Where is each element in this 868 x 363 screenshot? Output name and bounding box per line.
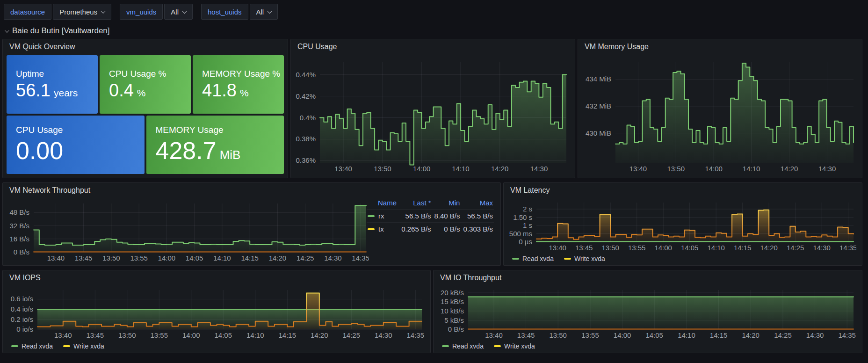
series-swatch <box>11 345 18 347</box>
variable-datasource: datasource Prometheus <box>4 4 111 20</box>
variable-host-uuids: host_uuids All <box>201 4 278 20</box>
svg-text:0.6 io/s: 0.6 io/s <box>11 295 33 303</box>
panel-vm-io-throughput: VM IO Throughput 20 kB/s15 kB/s10 kB/s5 … <box>433 270 862 353</box>
vm-uuids-variable-dropdown[interactable]: All <box>164 4 193 20</box>
svg-text:14:35: 14:35 <box>352 254 369 262</box>
legend-label: Read xvda <box>452 342 484 350</box>
series-swatch <box>512 258 519 260</box>
svg-text:0.2 io/s: 0.2 io/s <box>11 315 33 323</box>
svg-text:14:35: 14:35 <box>407 331 425 339</box>
legend-item-read[interactable]: Read xvda <box>442 342 484 350</box>
svg-text:13:40: 13:40 <box>549 244 566 252</box>
svg-text:13:55: 13:55 <box>628 244 646 252</box>
datasource-variable-label: datasource <box>4 4 51 20</box>
svg-text:48 B/s: 48 B/s <box>9 208 29 216</box>
stat-unit: % <box>240 87 249 99</box>
svg-text:14:30: 14:30 <box>324 254 342 262</box>
svg-text:13:45: 13:45 <box>75 254 93 262</box>
stat-memory-usage: MEMORY Usage 428.7MiB <box>146 116 284 174</box>
panel-title: VM IO Throughput <box>440 274 501 282</box>
vm-latency-chart[interactable]: 2 s1.50 s1 s500 ms0 µs13:4013:4513:5013:… <box>507 198 856 253</box>
panel-header[interactable]: VM IOPS <box>3 270 430 285</box>
svg-text:32 B/s: 32 B/s <box>9 222 29 230</box>
chevron-down-icon <box>5 28 9 33</box>
svg-text:434 MiB: 434 MiB <box>586 75 611 83</box>
stat-grid: Uptime 56.1years CPU Usage % 0.4% MEMORY… <box>7 55 284 174</box>
svg-text:14:20: 14:20 <box>269 254 287 262</box>
panel-header[interactable]: VM IO Throughput <box>434 270 862 285</box>
tx-last: 0.265 B/s <box>399 223 432 236</box>
svg-text:14:25: 14:25 <box>297 254 314 262</box>
svg-text:14:05: 14:05 <box>681 244 699 252</box>
legend-item-write[interactable]: Write xvda <box>564 255 605 262</box>
svg-text:14:30: 14:30 <box>375 331 392 339</box>
panel-header[interactable]: VM Quick Overview <box>3 39 288 54</box>
datasource-variable-dropdown[interactable]: Prometheus <box>53 4 111 20</box>
panel-header[interactable]: CPU Usage <box>291 39 575 54</box>
grafana-dashboard: datasource Prometheus vm_uuids All host_… <box>0 0 868 363</box>
svg-text:14:00: 14:00 <box>182 331 200 339</box>
legend-row-rx[interactable]: rx 56.5 B/s 8.40 B/s 56.5 B/s <box>367 210 494 223</box>
svg-text:0.4%: 0.4% <box>300 114 316 122</box>
svg-text:13:40: 13:40 <box>334 165 352 173</box>
svg-text:1 s: 1 s <box>523 221 532 229</box>
panel-vm-network-throughput: VM Network Throughput 48 B/s32 B/s16 B/s… <box>2 182 501 266</box>
legend-item-write[interactable]: Write xvda <box>63 342 104 350</box>
host-uuids-variable-label: host_uuids <box>201 4 248 20</box>
svg-text:13:45: 13:45 <box>575 244 593 252</box>
svg-text:16 B/s: 16 B/s <box>9 235 29 243</box>
svg-text:14:05: 14:05 <box>215 331 232 339</box>
series-swatch <box>63 345 70 347</box>
legend-item-read[interactable]: Read xvda <box>512 255 554 262</box>
vm-iops-chart[interactable]: 0.6 io/s0.4 io/s0.2 io/s0 io/s13:4013:45… <box>7 285 425 341</box>
legend-label: Read xvda <box>22 342 53 350</box>
svg-text:14:00: 14:00 <box>158 254 176 262</box>
panel-cpu-usage: CPU Usage 0.44%0.42%0.4%0.38%0.36%13:401… <box>290 39 575 178</box>
series-swatch-rx <box>368 215 375 217</box>
svg-text:13:50: 13:50 <box>374 165 391 173</box>
legend-col-max[interactable]: Max <box>461 197 494 210</box>
legend-col-min[interactable]: Min <box>432 197 461 210</box>
host-uuids-variable-dropdown[interactable]: All <box>250 4 278 20</box>
stat-uptime: Uptime 56.1years <box>7 55 98 114</box>
stat-value: 56.1 <box>16 80 51 101</box>
svg-text:14:10: 14:10 <box>213 254 231 262</box>
legend-label: Write xvda <box>574 255 605 262</box>
vm-memory-usage-chart[interactable]: 434 MiB432 MiB430 MiB13:4013:5014:0014:1… <box>582 57 856 174</box>
panel-header[interactable]: VM Memory Usage <box>578 39 862 54</box>
stat-unit: % <box>137 87 146 99</box>
legend-col-name[interactable]: Name <box>367 197 399 210</box>
svg-text:14:20: 14:20 <box>781 165 798 173</box>
svg-text:14:00: 14:00 <box>654 244 672 252</box>
legend-item-read[interactable]: Read xvda <box>11 342 53 350</box>
legend-row-tx[interactable]: tx 0.265 B/s 0 B/s 0.303 B/s <box>367 223 494 236</box>
dashboard-row-header[interactable]: Baie du Butin [Vaultwarden] <box>5 26 110 36</box>
chart-legend: Read xvda Write xvda <box>512 255 605 262</box>
stat-label: CPU Usage <box>16 125 145 135</box>
svg-text:14:20: 14:20 <box>760 244 778 252</box>
svg-text:14:05: 14:05 <box>645 331 663 339</box>
legend-col-last[interactable]: Last * <box>399 197 432 210</box>
stat-value: 428.7 <box>156 137 217 165</box>
panel-vm-latency: VM Latency 2 s1.50 s1 s500 ms0 µs13:4013… <box>503 182 862 266</box>
vm-uuids-variable-label: vm_uuids <box>120 4 163 20</box>
legend-item-write[interactable]: Write xvda <box>494 342 535 350</box>
chevron-down-icon <box>268 9 272 14</box>
vm-io-throughput-chart[interactable]: 20 kB/s15 kB/s10 kB/s5 kB/s0 B/s13:4013:… <box>437 285 856 341</box>
svg-text:14:30: 14:30 <box>818 165 836 173</box>
variables-toolbar: datasource Prometheus vm_uuids All host_… <box>4 4 278 20</box>
panel-header[interactable]: VM Latency <box>504 183 862 198</box>
rx-max: 56.5 B/s <box>461 210 494 223</box>
chevron-down-icon <box>182 9 187 14</box>
cpu-usage-chart[interactable]: 0.44%0.42%0.4%0.38%0.36%13:4013:5014:001… <box>295 57 569 174</box>
chart-legend: Read xvda Write xvda <box>442 342 535 350</box>
svg-text:13:55: 13:55 <box>581 331 599 339</box>
chevron-down-icon <box>101 9 106 14</box>
panel-title: VM Quick Overview <box>9 43 75 51</box>
svg-text:14:20: 14:20 <box>311 331 328 339</box>
stat-label: Uptime <box>16 69 98 79</box>
svg-text:13:50: 13:50 <box>118 331 136 339</box>
panel-header[interactable]: VM Network Throughput <box>3 183 500 198</box>
svg-text:432 MiB: 432 MiB <box>586 102 611 110</box>
vm-network-throughput-chart[interactable]: 48 B/s32 B/s16 B/s0 B/s13:4013:4513:5013… <box>7 199 369 263</box>
